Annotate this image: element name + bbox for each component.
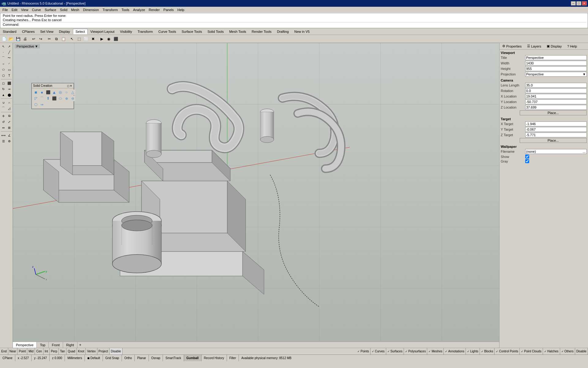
grid-snap-toggle[interactable]: Grid Snap [103, 355, 122, 361]
sc-pipe[interactable]: ○ [64, 90, 69, 95]
tb-copy[interactable]: ⧉ [53, 36, 60, 42]
snap-near[interactable]: Near [8, 348, 18, 355]
tb-cut[interactable]: ✂ [46, 36, 53, 42]
tool-surface[interactable]: ◻ [1, 80, 6, 86]
cplane-indicator[interactable]: CPlane [0, 355, 15, 361]
tb-redo[interactable]: ↪ [37, 36, 44, 42]
tb-save[interactable]: 💾 [15, 36, 21, 42]
snap-vertex[interactable]: Vertex [86, 348, 97, 355]
tab-mesh-tools[interactable]: Mesh Tools [226, 29, 249, 34]
tb-open[interactable]: 📂 [8, 36, 14, 42]
tool-patch[interactable]: ⬤ [6, 92, 12, 98]
ortho-toggle[interactable]: Ortho [122, 355, 135, 361]
sc-cap[interactable]: ⌒ [39, 96, 45, 101]
minimize-button[interactable]: ─ [571, 1, 576, 6]
filter-polysurfaces[interactable]: ✓ Polysurfaces [404, 348, 427, 355]
snap-end[interactable]: End [0, 348, 8, 355]
snap-project[interactable]: Project [97, 348, 110, 355]
show-wallpaper-checkbox[interactable] [525, 155, 529, 159]
tool-extrude[interactable]: ⬛ [6, 80, 12, 86]
tool-array[interactable]: ⊞ [6, 125, 12, 130]
tool-layers[interactable]: ☰ [1, 138, 6, 144]
tool-boolean-union[interactable]: ∪ [1, 100, 6, 105]
tb-raytrace[interactable]: ◉ [105, 36, 112, 42]
filter-toggle[interactable]: Filter [227, 355, 239, 361]
sc-torus[interactable]: ◎ [58, 90, 63, 95]
tb-crossing-select[interactable]: ⬜ [83, 36, 89, 42]
vp-tab-add[interactable]: + [77, 343, 83, 347]
filter-meshes[interactable]: ✓ Meshes [427, 348, 444, 355]
menu-render[interactable]: Render [147, 8, 162, 12]
filter-surfaces[interactable]: ✓ Surfaces [386, 348, 404, 355]
tab-drafting[interactable]: Drafting [274, 29, 292, 34]
tool-scale[interactable]: ⤢ [6, 119, 12, 125]
filter-hatches[interactable]: ✓ Hatches [543, 348, 560, 355]
tool-text[interactable]: T [6, 73, 12, 78]
tab-standard[interactable]: Standard [0, 29, 19, 34]
vp-tab-perspective[interactable]: Perspective [13, 342, 37, 348]
place-camera-button[interactable]: Place... [520, 110, 587, 115]
tab-setview[interactable]: Set View [37, 29, 56, 34]
sc-boolean-diff[interactable]: ⊖ [70, 96, 75, 101]
tool-polygon[interactable]: ⬡ [1, 73, 6, 78]
filter-blocks[interactable]: ✓ Blocks [480, 348, 495, 355]
filter-lights[interactable]: ✓ Lights [466, 348, 480, 355]
planar-toggle[interactable]: Planar [135, 355, 149, 361]
tab-help[interactable]: ? Help [564, 43, 580, 49]
tb-new[interactable]: 📄 [1, 36, 7, 42]
sc-extrude-crv[interactable]: ⬆ [45, 96, 51, 101]
tab-new-v5[interactable]: New in V5 [292, 29, 312, 34]
filter-control-points[interactable]: ✓ Control Points [495, 348, 520, 355]
tool-line[interactable]: ╱ [6, 49, 12, 55]
place-target-button[interactable]: Place... [520, 138, 587, 143]
menu-surface[interactable]: Surface [43, 8, 58, 12]
menu-help[interactable]: Help [175, 8, 186, 12]
tab-display[interactable]: ▣ Display [544, 43, 564, 49]
tool-select[interactable]: ↖ [1, 44, 6, 49]
tab-select[interactable]: Select [73, 29, 88, 34]
viewport-label[interactable]: Perspective ▼ [15, 44, 40, 48]
tb-print[interactable]: 🖨 [22, 36, 28, 42]
tab-visibility[interactable]: Visibility [117, 29, 135, 34]
menu-edit[interactable]: Edit [10, 8, 19, 12]
tool-curve[interactable]: 〜 [6, 55, 12, 61]
tool-circle[interactable]: ○ [1, 61, 6, 67]
menu-view[interactable]: View [19, 8, 30, 12]
filter-points[interactable]: ✓ Points [356, 348, 371, 355]
tb-window-select[interactable]: ⬚ [76, 36, 82, 42]
tab-transform[interactable]: Transform [135, 29, 156, 34]
filter-others[interactable]: ✓ Others [560, 348, 575, 355]
snap-disable[interactable]: Disable [110, 348, 123, 355]
maximize-button[interactable]: □ [576, 1, 581, 6]
menu-solid[interactable]: Solid [58, 8, 69, 12]
vp-tab-top[interactable]: Top [37, 342, 49, 348]
snap-knot[interactable]: Knot [77, 348, 86, 355]
sc-sphere[interactable]: ● [39, 90, 45, 95]
tab-solid-tools[interactable]: Solid Tools [205, 29, 226, 34]
sc-wedge[interactable]: ◸ [33, 96, 39, 101]
filter-point-clouds[interactable]: ✓ Point Clouds [520, 348, 543, 355]
tb-deselect[interactable]: ✖ [90, 36, 96, 42]
record-history-toggle[interactable]: Record History [202, 355, 227, 361]
snap-perp[interactable]: Perp [50, 348, 59, 355]
filter-disable[interactable]: Disable [575, 348, 588, 355]
snap-cen[interactable]: Cen [35, 348, 43, 355]
smarttrack-toggle[interactable]: SmartTrack [163, 355, 184, 361]
tool-ellipse[interactable]: ⬭ [1, 67, 6, 72]
tool-point[interactable]: · [1, 49, 6, 55]
menu-transform[interactable]: Transform [101, 8, 120, 12]
close-button[interactable]: ✕ [582, 1, 587, 6]
snap-quad[interactable]: Quad [66, 348, 77, 355]
menu-tools[interactable]: Tools [120, 8, 131, 12]
menu-dimension[interactable]: Dimension [81, 8, 101, 12]
vp-tab-front[interactable]: Front [49, 342, 63, 348]
tab-display[interactable]: Display [56, 29, 73, 34]
solid-creation-header[interactable]: Solid Creation ◻ ✕ [32, 83, 74, 88]
tab-properties[interactable]: ⚙ Properties [499, 43, 524, 49]
command-input-field[interactable] [21, 23, 585, 26]
tab-viewport-layout[interactable]: Viewport Layout [88, 29, 117, 34]
snap-tan[interactable]: Tan [59, 348, 66, 355]
osnap-toggle[interactable]: Osnap [149, 355, 163, 361]
tool-move[interactable]: ✛ [1, 113, 6, 119]
tool-polyline[interactable]: ⌒ [1, 55, 6, 61]
